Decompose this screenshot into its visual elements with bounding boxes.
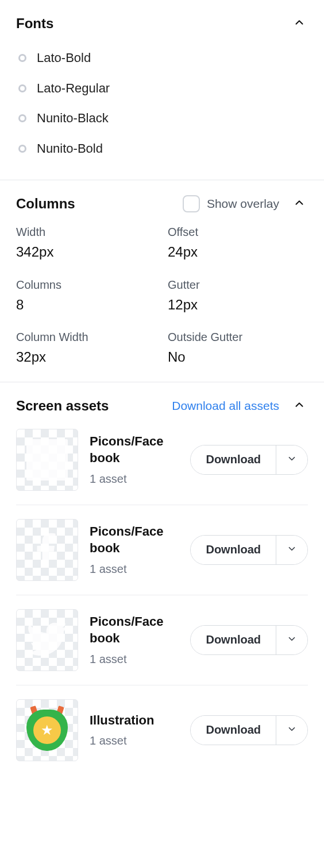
metric-value: No	[168, 348, 308, 366]
asset-info: Picons/Facebook 1 asset	[90, 614, 179, 666]
section-title-assets: Screen assets	[16, 397, 109, 414]
metric-column-width: Column Width32px	[16, 330, 156, 366]
metric-value: 24px	[168, 243, 308, 261]
assets-header: Screen assets Download all assets	[16, 396, 308, 415]
download-options-button[interactable]	[276, 626, 307, 654]
chevron-down-icon	[287, 454, 297, 466]
bullet-icon	[18, 114, 26, 122]
download-options-button[interactable]	[276, 536, 307, 564]
download-button[interactable]: Download	[191, 716, 276, 745]
columns-header-right: Show overlay	[183, 194, 308, 213]
font-name: Lato-Regular	[37, 80, 110, 97]
collapse-assets-button[interactable]	[291, 396, 308, 415]
fonts-section: Fonts Lato-Bold Lato-Regular Nunito-Blac…	[0, 0, 324, 180]
asset-item: Picons/Facebook 1 asset Download	[16, 427, 308, 505]
checkbox-icon	[183, 195, 200, 212]
chevron-down-icon	[287, 724, 297, 736]
metric-label: Column Width	[16, 330, 156, 344]
asset-thumbnail[interactable]: ★	[16, 699, 78, 761]
metric-offset: Offset24px	[168, 224, 308, 261]
download-button[interactable]: Download	[191, 626, 276, 654]
asset-item: Picons/Facebook 1 asset Download	[16, 595, 308, 685]
asset-name: Picons/Facebook	[90, 614, 170, 646]
download-options-button[interactable]	[276, 445, 307, 474]
section-title-fonts: Fonts	[16, 14, 53, 32]
asset-thumbnail[interactable]	[16, 519, 78, 581]
bullet-icon	[18, 145, 26, 153]
download-button[interactable]: Download	[191, 536, 276, 564]
metric-value: 342px	[16, 243, 156, 261]
font-list: Lato-Bold Lato-Regular Nunito-Black Nuni…	[16, 43, 308, 164]
metric-value: 32px	[16, 348, 156, 366]
fonts-header: Fonts	[16, 14, 308, 33]
asset-info: Picons/Facebook 1 asset	[90, 524, 179, 576]
metric-label: Width	[16, 224, 156, 239]
font-item[interactable]: Lato-Bold	[16, 43, 308, 73]
chevron-up-icon	[293, 398, 306, 413]
download-button-group: Download	[190, 715, 308, 745]
metric-width: Width342px	[16, 224, 156, 261]
font-item[interactable]: Nunito-Bold	[16, 134, 308, 164]
asset-name: Picons/Facebook	[90, 524, 170, 556]
asset-thumbnail[interactable]	[16, 609, 78, 671]
asset-info: Illustration 1 asset	[90, 712, 179, 749]
metric-label: Gutter	[168, 277, 308, 292]
columns-metrics-grid: Width342px Offset24px Columns8 Gutter12p…	[16, 224, 308, 366]
asset-count: 1 asset	[90, 733, 179, 748]
bullet-icon	[18, 84, 26, 92]
show-overlay-toggle[interactable]: Show overlay	[183, 195, 279, 212]
asset-item: Picons/Facebook 1 asset Download	[16, 505, 308, 595]
facebook-icon	[27, 528, 67, 572]
download-button-group: Download	[190, 445, 308, 475]
chevron-down-icon	[287, 544, 297, 556]
metric-outside-gutter: Outside GutterNo	[168, 330, 308, 366]
facebook-icon	[26, 439, 68, 480]
metric-gutter: Gutter12px	[168, 277, 308, 313]
metric-columns: Columns8	[16, 277, 156, 313]
metric-label: Columns	[16, 277, 156, 292]
twitter-icon	[24, 615, 71, 665]
assets-header-right: Download all assets	[172, 396, 308, 415]
metric-value: 12px	[168, 296, 308, 313]
badge-icon: ★	[24, 707, 70, 753]
chevron-up-icon	[293, 196, 306, 211]
asset-info: Picons/Facebook 1 asset	[90, 433, 179, 486]
asset-list: Picons/Facebook 1 asset Download Picons/…	[16, 427, 308, 761]
download-options-button[interactable]	[276, 716, 307, 745]
asset-thumbnail[interactable]	[16, 429, 78, 491]
metric-label: Offset	[168, 224, 308, 239]
show-overlay-label: Show overlay	[207, 196, 279, 211]
download-all-link[interactable]: Download all assets	[172, 398, 279, 413]
asset-count: 1 asset	[90, 561, 179, 576]
font-name: Nunito-Black	[37, 110, 109, 127]
chevron-down-icon	[287, 634, 297, 646]
metric-label: Outside Gutter	[168, 330, 308, 344]
font-item[interactable]: Nunito-Black	[16, 103, 308, 134]
download-button-group: Download	[190, 625, 308, 655]
asset-name: Picons/Facebook	[90, 433, 170, 466]
columns-header: Columns Show overlay	[16, 194, 308, 213]
asset-name: Illustration	[90, 712, 170, 729]
collapse-fonts-button[interactable]	[291, 14, 308, 33]
download-button[interactable]: Download	[191, 445, 276, 474]
metric-value: 8	[16, 296, 156, 313]
chevron-up-icon	[293, 16, 306, 30]
columns-section: Columns Show overlay Width342px Offset24…	[0, 180, 324, 382]
font-item[interactable]: Lato-Regular	[16, 73, 308, 104]
section-title-columns: Columns	[16, 195, 75, 212]
collapse-columns-button[interactable]	[291, 194, 308, 213]
asset-count: 1 asset	[90, 652, 179, 666]
bullet-icon	[18, 54, 26, 62]
font-name: Nunito-Bold	[37, 141, 103, 157]
asset-item: ★ Illustration 1 asset Download	[16, 685, 308, 761]
screen-assets-section: Screen assets Download all assets Picons…	[0, 382, 324, 777]
font-name: Lato-Bold	[37, 50, 91, 67]
asset-count: 1 asset	[90, 471, 179, 486]
download-button-group: Download	[190, 535, 308, 565]
